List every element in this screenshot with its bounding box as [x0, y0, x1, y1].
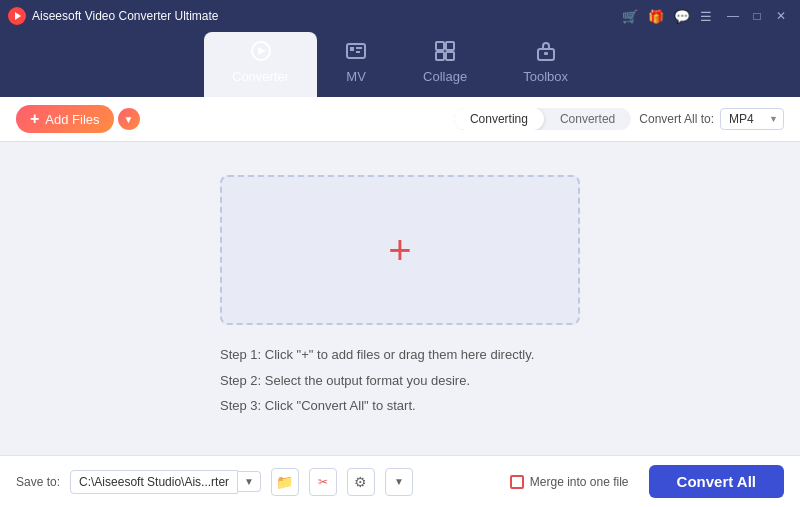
instructions: Step 1: Click "+" to add files or drag t… [220, 345, 580, 422]
folder-browse-button[interactable]: 📁 [271, 468, 299, 496]
menu-icon[interactable]: ☰ [700, 9, 712, 24]
merge-checkbox[interactable] [510, 475, 524, 489]
tab-mv[interactable]: MV [317, 32, 395, 97]
save-path-input[interactable] [70, 470, 238, 494]
svg-rect-5 [350, 47, 354, 51]
settings-dropdown-button[interactable]: ▼ [385, 468, 413, 496]
convert-all-to-label: Convert All to: [639, 112, 714, 126]
titlebar-icon-group: 🛒 🎁 💬 ☰ [622, 9, 712, 24]
close-button[interactable]: ✕ [770, 5, 792, 27]
svg-rect-7 [356, 51, 360, 53]
mv-icon [345, 40, 367, 65]
add-files-label: Add Files [45, 112, 99, 127]
app-logo [8, 7, 26, 25]
gift-icon[interactable]: 🎁 [648, 9, 664, 24]
convert-all-button[interactable]: Convert All [649, 465, 784, 498]
tab-converter-label: Converter [232, 69, 289, 84]
merge-label: Merge into one file [530, 475, 629, 489]
add-files-dropdown-button[interactable]: ▼ [118, 108, 140, 130]
svg-rect-8 [436, 42, 444, 50]
title-bar: Aiseesoft Video Converter Ultimate 🛒 🎁 💬… [0, 0, 800, 32]
drop-zone[interactable]: + [220, 175, 580, 325]
app-title: Aiseesoft Video Converter Ultimate [32, 9, 622, 23]
convert-all-to-group: Convert All to: MP4 MKV AVI MOV WMV [639, 108, 784, 130]
window-controls: — □ ✕ [722, 5, 792, 27]
settings-button[interactable]: ⚙ [347, 468, 375, 496]
drop-zone-plus-icon: + [388, 230, 411, 270]
svg-rect-11 [446, 52, 454, 60]
nav-tabs: Converter MV Collage [0, 32, 800, 97]
tab-collage-label: Collage [423, 69, 467, 84]
main-content: + Step 1: Click "+" to add files or drag… [0, 142, 800, 455]
svg-rect-10 [436, 52, 444, 60]
tab-mv-label: MV [346, 69, 366, 84]
instruction-1: Step 1: Click "+" to add files or drag t… [220, 345, 580, 365]
format-select[interactable]: MP4 MKV AVI MOV WMV [720, 108, 784, 130]
gear-icon: ⚙ [354, 474, 367, 490]
converting-converted-tabs: Converting Converted [454, 108, 631, 130]
minimize-button[interactable]: — [722, 5, 744, 27]
converter-icon [250, 40, 272, 65]
toolbox-icon [535, 40, 557, 65]
toolbar: + Add Files ▼ Converting Converted Conve… [0, 97, 800, 142]
maximize-button[interactable]: □ [746, 5, 768, 27]
merge-check-group: Merge into one file [510, 475, 629, 489]
edit-icon: ✂ [318, 475, 328, 489]
cart-icon[interactable]: 🛒 [622, 9, 638, 24]
dropdown-arrow-icon: ▼ [124, 114, 134, 125]
svg-rect-6 [356, 47, 362, 49]
add-files-plus-icon: + [30, 110, 39, 128]
settings-dropdown-arrow-icon: ▼ [394, 476, 404, 487]
tab-collage[interactable]: Collage [395, 32, 495, 97]
save-path-dropdown-button[interactable]: ▼ [238, 471, 261, 492]
edit-button[interactable]: ✂ [309, 468, 337, 496]
bottom-bar: Save to: ▼ 📁 ✂ ⚙ ▼ Merge into one file C… [0, 455, 800, 507]
collage-icon [434, 40, 456, 65]
instruction-2: Step 2: Select the output format you des… [220, 371, 580, 391]
tab-toolbox-label: Toolbox [523, 69, 568, 84]
tab-converter[interactable]: Converter [204, 32, 317, 97]
converted-tab[interactable]: Converted [544, 108, 631, 130]
converting-tab[interactable]: Converting [454, 108, 544, 130]
save-path-group: ▼ [70, 470, 261, 494]
instruction-3: Step 3: Click "Convert All" to start. [220, 396, 580, 416]
save-to-label: Save to: [16, 475, 60, 489]
add-files-button[interactable]: + Add Files [16, 105, 114, 133]
svg-rect-9 [446, 42, 454, 50]
format-select-wrapper: MP4 MKV AVI MOV WMV [720, 108, 784, 130]
tab-toolbox[interactable]: Toolbox [495, 32, 596, 97]
svg-marker-3 [258, 47, 266, 55]
svg-rect-13 [544, 52, 548, 55]
chat-icon[interactable]: 💬 [674, 9, 690, 24]
folder-icon: 📁 [276, 474, 293, 490]
